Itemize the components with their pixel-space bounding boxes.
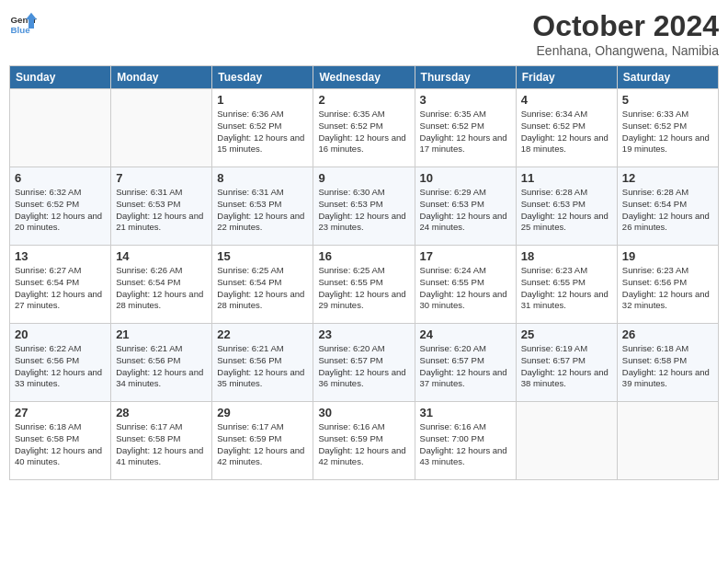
day-info: Sunrise: 6:34 AM Sunset: 6:52 PM Dayligh…: [521, 109, 612, 155]
day-number: 26: [622, 327, 713, 341]
day-info: Sunrise: 6:16 AM Sunset: 6:59 PM Dayligh…: [318, 421, 409, 468]
day-number: 6: [15, 171, 106, 185]
day-number: 24: [420, 327, 511, 341]
day-info: Sunrise: 6:36 AM Sunset: 6:52 PM Dayligh…: [217, 109, 308, 155]
day-info: Sunrise: 6:35 AM Sunset: 6:52 PM Dayligh…: [318, 109, 409, 155]
day-info: Sunrise: 6:29 AM Sunset: 6:53 PM Dayligh…: [420, 187, 511, 234]
calendar-cell: 14Sunrise: 6:26 AM Sunset: 6:54 PM Dayli…: [111, 246, 212, 324]
calendar-cell: 11Sunrise: 6:28 AM Sunset: 6:53 PM Dayli…: [516, 167, 617, 246]
day-info: Sunrise: 6:31 AM Sunset: 6:53 PM Dayligh…: [217, 187, 308, 234]
day-info: Sunrise: 6:23 AM Sunset: 6:56 PM Dayligh…: [622, 265, 713, 312]
calendar-week-5: 27Sunrise: 6:18 AM Sunset: 6:58 PM Dayli…: [10, 402, 719, 480]
day-info: Sunrise: 6:17 AM Sunset: 6:59 PM Dayligh…: [217, 421, 308, 468]
day-number: 15: [217, 249, 308, 263]
day-info: Sunrise: 6:21 AM Sunset: 6:56 PM Dayligh…: [116, 343, 207, 390]
calendar-week-1: 1Sunrise: 6:36 AM Sunset: 6:52 PM Daylig…: [10, 89, 719, 167]
day-number: 5: [622, 93, 713, 107]
day-number: 23: [318, 327, 409, 341]
day-number: 10: [420, 171, 511, 185]
day-number: 21: [116, 327, 207, 341]
calendar-cell: 19Sunrise: 6:23 AM Sunset: 6:56 PM Dayli…: [617, 246, 718, 324]
svg-text:Blue: Blue: [11, 25, 31, 35]
logo-icon: General Blue: [9, 9, 37, 37]
day-info: Sunrise: 6:25 AM Sunset: 6:55 PM Dayligh…: [318, 265, 409, 312]
day-info: Sunrise: 6:23 AM Sunset: 6:55 PM Dayligh…: [521, 265, 612, 312]
calendar-week-3: 13Sunrise: 6:27 AM Sunset: 6:54 PM Dayli…: [10, 246, 719, 324]
calendar-cell: 8Sunrise: 6:31 AM Sunset: 6:53 PM Daylig…: [212, 167, 313, 246]
day-number: 8: [217, 171, 308, 185]
month-title: October 2024: [532, 9, 719, 43]
day-number: 29: [217, 406, 308, 419]
day-number: 22: [217, 327, 308, 341]
day-number: 25: [521, 327, 612, 341]
calendar-cell: 6Sunrise: 6:32 AM Sunset: 6:52 PM Daylig…: [10, 167, 111, 246]
day-info: Sunrise: 6:30 AM Sunset: 6:53 PM Dayligh…: [318, 187, 409, 234]
calendar-cell: 25Sunrise: 6:19 AM Sunset: 6:57 PM Dayli…: [516, 324, 617, 402]
day-info: Sunrise: 6:28 AM Sunset: 6:53 PM Dayligh…: [521, 187, 612, 234]
calendar-cell: 2Sunrise: 6:35 AM Sunset: 6:52 PM Daylig…: [313, 89, 415, 167]
calendar-cell: 21Sunrise: 6:21 AM Sunset: 6:56 PM Dayli…: [111, 324, 212, 402]
calendar-cell: [10, 89, 111, 167]
calendar-cell: 16Sunrise: 6:25 AM Sunset: 6:55 PM Dayli…: [313, 246, 415, 324]
calendar-cell: 13Sunrise: 6:27 AM Sunset: 6:54 PM Dayli…: [10, 246, 111, 324]
day-header-friday: Friday: [516, 66, 617, 89]
calendar-cell: 7Sunrise: 6:31 AM Sunset: 6:53 PM Daylig…: [111, 167, 212, 246]
day-info: Sunrise: 6:35 AM Sunset: 6:52 PM Dayligh…: [420, 109, 511, 155]
calendar-body: 1Sunrise: 6:36 AM Sunset: 6:52 PM Daylig…: [10, 89, 719, 480]
calendar-cell: 31Sunrise: 6:16 AM Sunset: 7:00 PM Dayli…: [415, 402, 516, 480]
day-header-sunday: Sunday: [10, 66, 111, 89]
day-header-saturday: Saturday: [617, 66, 718, 89]
day-number: 28: [116, 406, 207, 419]
day-info: Sunrise: 6:24 AM Sunset: 6:55 PM Dayligh…: [420, 265, 511, 312]
calendar-cell: 18Sunrise: 6:23 AM Sunset: 6:55 PM Dayli…: [516, 246, 617, 324]
day-number: 31: [420, 406, 511, 419]
calendar-cell: 3Sunrise: 6:35 AM Sunset: 6:52 PM Daylig…: [415, 89, 516, 167]
day-number: 1: [217, 93, 308, 107]
calendar-table: SundayMondayTuesdayWednesdayThursdayFrid…: [9, 65, 719, 480]
day-info: Sunrise: 6:16 AM Sunset: 7:00 PM Dayligh…: [420, 421, 511, 468]
day-number: 14: [116, 249, 207, 263]
day-info: Sunrise: 6:32 AM Sunset: 6:52 PM Dayligh…: [15, 187, 106, 234]
day-info: Sunrise: 6:27 AM Sunset: 6:54 PM Dayligh…: [15, 265, 106, 312]
calendar-cell: 24Sunrise: 6:20 AM Sunset: 6:57 PM Dayli…: [415, 324, 516, 402]
day-number: 11: [521, 171, 612, 185]
day-info: Sunrise: 6:33 AM Sunset: 6:52 PM Dayligh…: [622, 109, 713, 155]
day-header-wednesday: Wednesday: [313, 66, 415, 89]
day-number: 7: [116, 171, 207, 185]
calendar-week-2: 6Sunrise: 6:32 AM Sunset: 6:52 PM Daylig…: [10, 167, 719, 246]
day-number: 3: [420, 93, 511, 107]
calendar-cell: 20Sunrise: 6:22 AM Sunset: 6:56 PM Dayli…: [10, 324, 111, 402]
calendar-cell: [617, 402, 718, 480]
calendar-week-4: 20Sunrise: 6:22 AM Sunset: 6:56 PM Dayli…: [10, 324, 719, 402]
calendar-cell: 17Sunrise: 6:24 AM Sunset: 6:55 PM Dayli…: [415, 246, 516, 324]
day-info: Sunrise: 6:20 AM Sunset: 6:57 PM Dayligh…: [420, 343, 511, 390]
day-number: 2: [318, 93, 409, 107]
day-info: Sunrise: 6:31 AM Sunset: 6:53 PM Dayligh…: [116, 187, 207, 234]
day-number: 27: [15, 406, 106, 419]
calendar-cell: 10Sunrise: 6:29 AM Sunset: 6:53 PM Dayli…: [415, 167, 516, 246]
day-info: Sunrise: 6:28 AM Sunset: 6:54 PM Dayligh…: [622, 187, 713, 234]
calendar-cell: 22Sunrise: 6:21 AM Sunset: 6:56 PM Dayli…: [212, 324, 313, 402]
calendar-cell: [111, 89, 212, 167]
calendar-cell: 29Sunrise: 6:17 AM Sunset: 6:59 PM Dayli…: [212, 402, 313, 480]
day-number: 20: [15, 327, 106, 341]
calendar-cell: 26Sunrise: 6:18 AM Sunset: 6:58 PM Dayli…: [617, 324, 718, 402]
day-number: 4: [521, 93, 612, 107]
location-subtitle: Eenhana, Ohangwena, Namibia: [532, 43, 719, 58]
calendar-cell: 5Sunrise: 6:33 AM Sunset: 6:52 PM Daylig…: [617, 89, 718, 167]
calendar-cell: 15Sunrise: 6:25 AM Sunset: 6:54 PM Dayli…: [212, 246, 313, 324]
calendar-cell: 23Sunrise: 6:20 AM Sunset: 6:57 PM Dayli…: [313, 324, 415, 402]
day-info: Sunrise: 6:18 AM Sunset: 6:58 PM Dayligh…: [15, 421, 106, 468]
calendar-cell: 9Sunrise: 6:30 AM Sunset: 6:53 PM Daylig…: [313, 167, 415, 246]
calendar-header-row: SundayMondayTuesdayWednesdayThursdayFrid…: [10, 66, 719, 89]
page-header: General Blue October 2024 Eenhana, Ohang…: [9, 9, 719, 58]
day-number: 13: [15, 249, 106, 263]
calendar-cell: 30Sunrise: 6:16 AM Sunset: 6:59 PM Dayli…: [313, 402, 415, 480]
day-info: Sunrise: 6:22 AM Sunset: 6:56 PM Dayligh…: [15, 343, 106, 390]
day-number: 18: [521, 249, 612, 263]
calendar-cell: 1Sunrise: 6:36 AM Sunset: 6:52 PM Daylig…: [212, 89, 313, 167]
title-block: October 2024 Eenhana, Ohangwena, Namibia: [532, 9, 719, 58]
calendar-cell: 4Sunrise: 6:34 AM Sunset: 6:52 PM Daylig…: [516, 89, 617, 167]
logo: General Blue: [9, 9, 37, 37]
day-number: 16: [318, 249, 409, 263]
